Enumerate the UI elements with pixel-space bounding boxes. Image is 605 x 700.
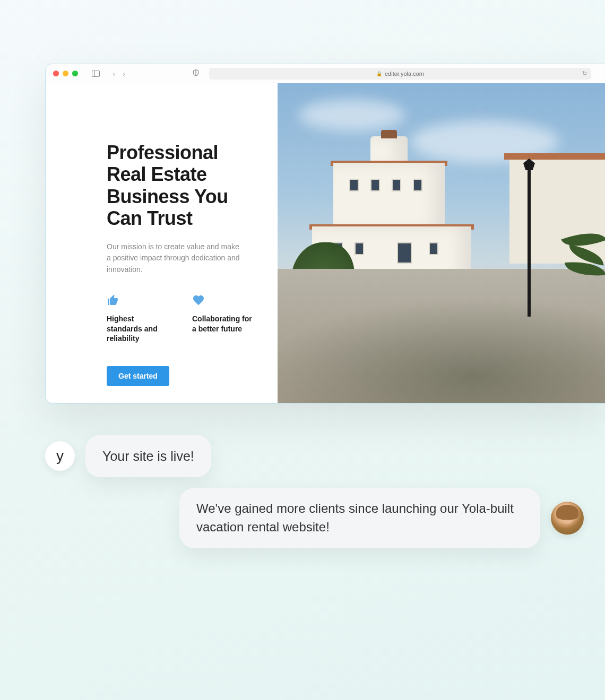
feature-item: Collaborating for a better future [192,294,256,344]
url-text: editor.yola.com [385,71,424,77]
browser-chrome: ‹ › 🔒 editor.yola.com ↻ [46,64,605,83]
sidebar-toggle-icon[interactable] [92,71,100,77]
heart-icon [192,294,256,307]
close-window-button[interactable] [53,71,59,76]
chat-bubble-system: Your site is live! [85,435,211,477]
forward-button[interactable]: › [123,69,125,78]
chat-area: y Your site is live! We've gained more c… [45,435,584,559]
features-row: Highest standards and reliability Collab… [107,294,256,344]
minimize-window-button[interactable] [63,71,68,76]
lock-icon: 🔒 [376,71,382,76]
chat-row-user: We've gained more clients since launchin… [85,488,584,548]
chat-row-system: y Your site is live! [45,435,584,477]
page-content: Professional Real Estate Business You Ca… [46,83,605,403]
avatar-letter: y [56,448,64,465]
chat-message: We've gained more clients since launchin… [196,501,514,534]
feature-label: Highest standards and reliability [107,314,171,344]
system-avatar: y [45,441,75,471]
feature-item: Highest standards and reliability [107,294,171,344]
privacy-shield-icon[interactable] [192,69,200,78]
window-controls [53,71,78,76]
address-bar[interactable]: 🔒 editor.yola.com ↻ [209,68,591,80]
thumbs-up-icon [107,294,171,307]
user-avatar [551,502,584,535]
back-button[interactable]: ‹ [113,69,115,78]
hero-image [278,83,605,403]
nav-arrows: ‹ › [113,69,125,78]
chat-message: Your site is live! [102,449,194,463]
get-started-button[interactable]: Get started [107,366,169,386]
feature-label: Collaborating for a better future [192,314,256,334]
hero-left-column: Professional Real Estate Business You Ca… [46,83,278,403]
chat-bubble-user: We've gained more clients since launchin… [179,488,540,548]
hero-mission: Our mission is to create value and make … [107,241,245,276]
hero-headline: Professional Real Estate Business You Ca… [107,142,256,230]
maximize-window-button[interactable] [72,71,78,76]
reload-icon[interactable]: ↻ [582,70,587,77]
browser-window: ‹ › 🔒 editor.yola.com ↻ Professional Rea… [45,64,605,404]
